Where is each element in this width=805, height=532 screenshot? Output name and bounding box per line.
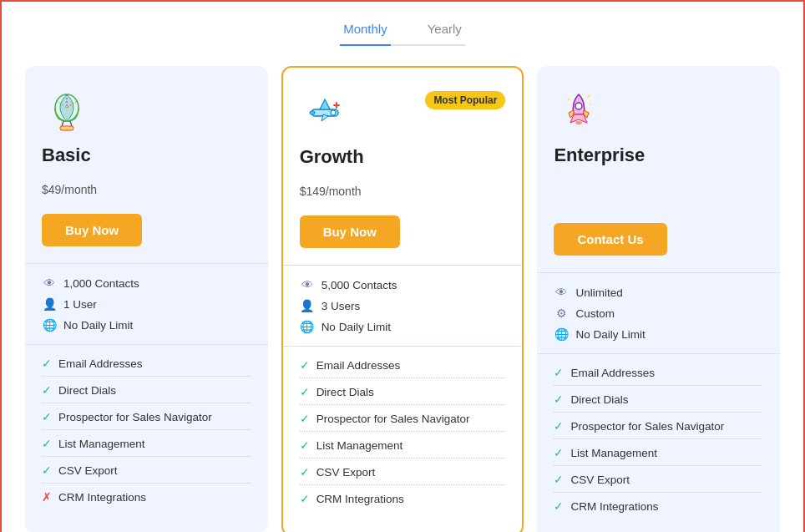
stat-users-basic: 👤 1 User <box>42 296 251 312</box>
check-icon-list-growth: ✓ <box>300 438 310 452</box>
billing-tabs: Monthly Yearly <box>340 15 465 46</box>
check-icon-crm-growth: ✓ <box>300 492 310 505</box>
plan-icon-enterprise <box>554 86 604 136</box>
stat-limit-enterprise: 🌐 No Daily Limit <box>554 327 763 342</box>
plan-stats-basic: 👁 1,000 Contacts 👤 1 User 🌐 No Daily Lim… <box>42 276 251 332</box>
feature-email-basic: ✓ Email Addresses <box>42 357 251 377</box>
feature-crm-enterprise: ✓ CRM Integrations <box>554 499 763 519</box>
feature-email-growth: ✓ Email Addresses <box>300 358 506 378</box>
most-popular-badge: Most Popular <box>425 91 505 109</box>
eye-icon-basic: 👁 <box>42 276 57 291</box>
check-icon-dials-growth: ✓ <box>300 385 310 398</box>
stat-contacts-growth: 👁 5,000 Contacts <box>300 277 506 292</box>
svg-rect-3 <box>60 126 73 130</box>
plan-features-growth: ✓ Email Addresses ✓ Direct Dials ✓ Prosp… <box>300 358 506 511</box>
eye-icon-growth: 👁 <box>300 277 315 292</box>
check-icon-csv-enterprise: ✓ <box>554 473 564 486</box>
stat-users-enterprise: ⚙ Custom <box>554 306 763 321</box>
feature-csv-growth: ✓ CSV Export <box>300 465 506 485</box>
feature-list-basic: ✓ List Management <box>42 437 251 457</box>
plan-divider2-growth <box>283 346 523 347</box>
feature-crm-basic: ✗ CRM Integrations <box>42 490 251 509</box>
plan-name-basic: Basic <box>42 144 251 166</box>
feature-prospector-growth: ✓ Prospector for Sales Navigator <box>300 412 506 432</box>
stat-limit-growth: 🌐 No Daily Limit <box>300 319 506 334</box>
svg-point-12 <box>575 103 582 109</box>
svg-line-1 <box>62 121 63 126</box>
plan-divider2-enterprise <box>537 353 780 354</box>
plan-divider-basic <box>25 263 268 264</box>
plan-divider-growth <box>283 265 523 266</box>
buy-now-button-growth[interactable]: Buy Now <box>300 215 400 248</box>
plan-icon-growth <box>300 88 350 138</box>
check-icon-csv-growth: ✓ <box>300 465 310 479</box>
feature-list-enterprise: ✓ List Management <box>554 446 763 466</box>
feature-crm-growth: ✓ CRM Integrations <box>300 492 506 511</box>
check-icon-list-enterprise: ✓ <box>554 446 564 459</box>
check-icon-dials-basic: ✓ <box>42 383 52 397</box>
plan-divider2-basic <box>25 344 268 345</box>
plan-card-basic: Basic $49/month Buy Now 👁 1,000 Contacts… <box>25 66 268 532</box>
tab-monthly[interactable]: Monthly <box>340 15 391 46</box>
gear-icon-enterprise: ⚙ <box>554 306 569 321</box>
plan-stats-growth: 👁 5,000 Contacts 👤 3 Users 🌐 No Daily Li… <box>300 277 506 334</box>
globe-icon-growth: 🌐 <box>300 319 315 334</box>
plan-price-basic: $49/month <box>42 170 251 200</box>
plan-card-growth: Most Popular Growth $149/month Buy Now 👁 <box>281 66 524 532</box>
plan-icon-basic <box>42 86 92 136</box>
eye-icon-enterprise: 👁 <box>554 285 569 300</box>
check-icon-email-enterprise: ✓ <box>554 366 564 379</box>
check-icon-prospector-enterprise: ✓ <box>554 419 564 433</box>
feature-email-enterprise: ✓ Email Addresses <box>554 366 763 386</box>
plan-features-enterprise: ✓ Email Addresses ✓ Direct Dials ✓ Prosp… <box>554 366 763 519</box>
feature-list-growth: ✓ List Management <box>300 438 506 459</box>
check-icon-dials-enterprise: ✓ <box>554 393 564 406</box>
stat-contacts-enterprise: 👁 Unlimited <box>554 285 763 300</box>
stat-contacts-basic: 👁 1,000 Contacts <box>42 276 251 291</box>
user-icon-growth: 👤 <box>300 298 315 313</box>
plan-card-enterprise: Enterprise Contact Us 👁 Unlimited ⚙ Cust… <box>537 66 780 532</box>
stat-limit-basic: 🌐 No Daily Limit <box>42 317 251 332</box>
check-icon-csv-basic: ✓ <box>42 464 52 477</box>
svg-point-15 <box>590 104 591 105</box>
check-icon-prospector-basic: ✓ <box>42 410 52 423</box>
svg-point-16 <box>588 95 590 98</box>
plan-price-enterprise <box>554 170 763 210</box>
feature-csv-enterprise: ✓ CSV Export <box>554 473 763 493</box>
svg-point-14 <box>568 99 570 101</box>
stat-users-growth: 👤 3 Users <box>300 298 506 313</box>
svg-rect-9 <box>310 111 315 114</box>
feature-dials-growth: ✓ Direct Dials <box>300 385 506 405</box>
svg-line-2 <box>70 121 72 126</box>
check-icon-email-basic: ✓ <box>42 357 52 370</box>
svg-point-8 <box>331 110 336 115</box>
check-icon-crm-enterprise: ✓ <box>554 499 564 513</box>
plan-stats-enterprise: 👁 Unlimited ⚙ Custom 🌐 No Daily Limit <box>554 285 763 342</box>
feature-prospector-basic: ✓ Prospector for Sales Navigator <box>42 410 251 430</box>
plan-name-growth: Growth <box>300 146 506 168</box>
check-icon-prospector-growth: ✓ <box>300 412 310 425</box>
check-icon-list-basic: ✓ <box>42 437 52 450</box>
tab-yearly[interactable]: Yearly <box>424 15 465 46</box>
check-icon-email-growth: ✓ <box>300 358 310 372</box>
plans-wrapper: Basic $49/month Buy Now 👁 1,000 Contacts… <box>18 66 787 532</box>
plan-features-basic: ✓ Email Addresses ✓ Direct Dials ✓ Prosp… <box>42 357 251 509</box>
plan-price-growth: $149/month <box>300 171 506 202</box>
globe-icon-enterprise: 🌐 <box>554 327 569 342</box>
globe-icon-basic: 🌐 <box>42 317 57 332</box>
feature-prospector-enterprise: ✓ Prospector for Sales Navigator <box>554 419 763 439</box>
plan-name-enterprise: Enterprise <box>554 144 763 166</box>
cross-icon-crm-basic: ✗ <box>42 490 52 504</box>
feature-dials-enterprise: ✓ Direct Dials <box>554 393 763 413</box>
user-icon-basic: 👤 <box>42 296 57 312</box>
svg-point-13 <box>575 121 582 124</box>
buy-now-button-basic[interactable]: Buy Now <box>42 214 142 246</box>
contact-us-button-enterprise[interactable]: Contact Us <box>554 223 666 256</box>
feature-csv-basic: ✓ CSV Export <box>42 464 251 484</box>
feature-dials-basic: ✓ Direct Dials <box>42 383 251 403</box>
plan-divider-enterprise <box>537 272 780 273</box>
